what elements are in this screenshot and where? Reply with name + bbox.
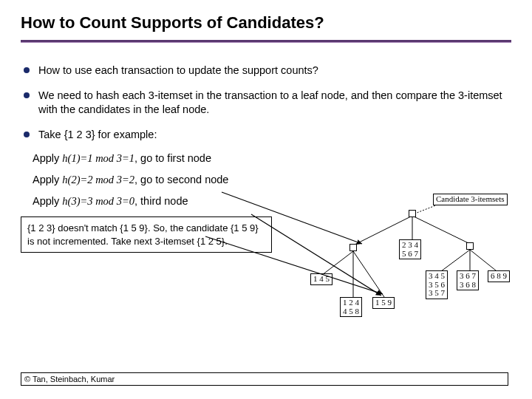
tree-leaf: 1 5 9 [372,297,395,309]
tree-leaf: 1 4 5 [310,273,332,285]
hash-tree-diagram: Candidate 3-itemsets 2 3 4 5 6 7 1 4 5 1… [309,194,516,356]
apply-suffix: , third node [134,195,188,207]
bullet-item: How to use each transaction to update th… [24,64,511,78]
bullet-item: Take {1 2 3} for example: [24,128,511,143]
tree-internal-left [349,244,357,251]
bullet-icon [24,92,30,98]
bullet-item: We need to hash each 3-itemset in the tr… [24,89,511,117]
apply-prefix: Apply [33,174,62,185]
bullet-text: Take {1 2 3} for example: [38,128,157,143]
tree-header: Candidate 3-itemsets [433,194,508,205]
tree-root [409,210,416,217]
page-title: How to Count Supports of Candidates? [21,13,511,33]
apply-prefix: Apply [33,195,62,207]
bullet-text: How to use each transaction to update th… [38,64,318,78]
tree-internal-right [466,242,474,250]
apply-suffix: , go to second node [134,174,228,185]
title-rule [21,40,511,43]
apply-suffix: , go to first node [134,152,211,164]
note-box: {1 2 3} doesn't match {1 5 9}. So, the c… [21,216,272,253]
bullet-icon [24,132,30,137]
svg-line-3 [322,251,353,275]
bullet-icon [24,67,30,73]
bullet-list: How to use each transaction to update th… [24,64,511,142]
apply-prefix: Apply [33,152,62,164]
tree-leaf: 3 4 5 3 5 6 3 5 7 [426,270,448,299]
bullet-text: We need to hash each 3-itemset in the tr… [38,89,511,117]
apply-math: h(1)=1 mod 3=1 [62,152,134,164]
apply-math: h(2)=2 mod 3=2 [62,174,134,185]
apply-math: h(3)=3 mod 3=0 [62,195,134,207]
apply-line-2: Apply h(2)=2 mod 3=2, go to second node [33,174,511,186]
tree-leaf: 3 6 7 3 6 8 [457,270,479,290]
svg-line-5 [353,251,384,297]
tree-leaf: 2 3 4 5 6 7 [399,239,421,259]
apply-line-1: Apply h(1)=1 mod 3=1, go to first node [33,152,511,165]
tree-leaf: 1 2 4 4 5 8 [340,297,362,317]
footer-credit: © Tan, Steinbach, Kumar [21,372,508,386]
tree-edges [309,194,516,356]
tree-leaf: 6 8 9 [488,270,510,282]
